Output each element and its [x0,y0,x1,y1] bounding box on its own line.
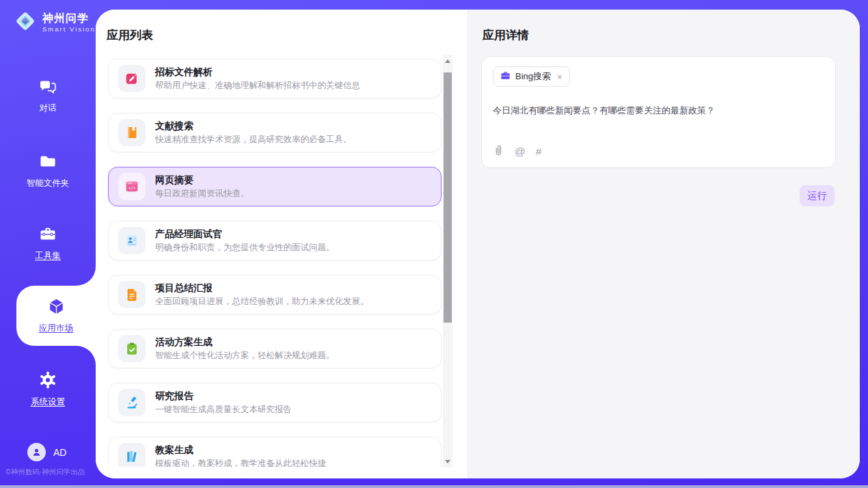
chat-icon [38,77,57,98]
app-card-web-summary[interactable]: </> 网页摘要 每日政府新闻资讯快查。 [108,167,442,206]
active-tab-top-fillet [77,267,96,286]
sidebar: 神州问学 Smart Vision 对话 智能文件夹 [0,0,96,488]
app-card-tender-analysis[interactable]: 招标文件解析 帮助用户快速、准确地理解和解析招标书中的关键信息 [108,59,442,98]
app-card-desc: 快速精准查找学术资源，提高研究效率的必备工具。 [155,134,352,145]
prompt-card: Bing搜索 × 今日湖北有哪些新闻要点？有哪些需要关注的最新政策？ @ # [481,56,836,168]
app-card-title: 产品经理面试官 [155,228,335,241]
app-card-title: 教案生成 [155,444,326,457]
app-card-activity-plan[interactable]: 活动方案生成 智能生成个性化活动方案，轻松解决规划难题。 [108,329,442,368]
mention-icon[interactable]: @ [515,146,526,158]
app-card-title: 研究报告 [155,390,292,403]
app-card-pm-interviewer[interactable]: 产品经理面试官 明确身份和职责，为您提供专业性的面试问题。 [108,221,442,260]
toolbox-icon [38,224,57,246]
activity-plan-icon [118,335,146,362]
tender-analysis-icon [118,65,146,92]
sidebar-item-chat[interactable]: 对话 [0,77,96,114]
app-card-project-summary[interactable]: 项目总结汇报 全面回顾项目进展，总结经验教训，助力未来优化发展。 [108,275,442,314]
sidebar-item-label: 工具集 [35,250,61,262]
tool-tag-label: Bing搜索 [515,70,551,83]
app-detail-pane: 应用详情 Bing搜索 × 今日湖北有哪些新闻要点？有哪些需要关注的最新政策？ [467,10,860,478]
bottom-edge [0,485,868,488]
tool-tag-bing-search[interactable]: Bing搜索 × [493,66,570,87]
paperclip-icon[interactable] [493,144,504,159]
active-tab-bottom-fillet [77,346,96,365]
cube-icon [47,297,66,318]
lesson-plan-icon [118,443,146,467]
sidebar-item-label: 对话 [40,103,57,114]
app-card-research-report[interactable]: 研究报告 一键智能生成高质量长文本研究报告 [108,383,442,422]
app-card-title: 活动方案生成 [155,336,335,349]
app-card-title: 文献搜索 [155,120,352,133]
hash-icon[interactable]: # [536,146,542,158]
scroll-up-icon[interactable] [443,56,452,66]
brand-gem-icon [12,8,38,37]
app-detail-title: 应用详情 [483,27,529,43]
sidebar-item-label: 应用市场 [39,323,73,334]
avatar [27,443,46,461]
sidebar-item-label: 系统设置 [31,396,65,408]
sidebar-item-toolset[interactable]: 工具集 [0,224,96,262]
composer-toolbar: @ # [493,144,541,159]
app-card-desc: 智能生成个性化活动方案，轻松解决规划难题。 [155,350,335,361]
app-card-lesson-plan[interactable]: 教案生成 模板驱动，教案秒成，教学准备从此轻松快捷 [108,437,442,467]
gear-icon [38,370,57,392]
app-list-title: 应用列表 [107,27,153,43]
user-account[interactable]: AD [27,443,66,461]
sidebar-item-smart-folder[interactable]: 智能文件夹 [0,152,96,189]
app-card-desc: 明确身份和职责，为您提供专业性的面试问题。 [155,242,335,253]
scrollbar-thumb[interactable] [444,72,452,323]
literature-search-icon [118,119,146,146]
close-icon[interactable]: × [557,72,562,81]
sidebar-item-label: 智能文件夹 [27,178,70,189]
sidebar-item-settings[interactable]: 系统设置 [0,370,96,408]
web-summary-icon: </> [118,173,146,200]
run-button[interactable]: 运行 [800,185,835,206]
app-card-desc: 帮助用户快速、准确地理解和解析招标书中的关键信息 [155,80,360,91]
brand-subtitle: Smart Vision [42,25,96,33]
app-card-desc: 每日政府新闻资讯快查。 [155,188,249,199]
scroll-down-icon[interactable] [443,457,452,466]
svg-text:</>: </> [128,185,136,190]
pm-interviewer-icon [118,227,146,254]
app-card-literature-search[interactable]: 文献搜索 快速精准查找学术资源，提高研究效率的必备工具。 [108,113,442,152]
prompt-input[interactable]: 今日湖北有哪些新闻要点？有哪些需要关注的最新政策？ [493,104,824,118]
brand: 神州问学 Smart Vision [12,8,96,37]
brand-name: 神州问学 [42,12,96,25]
app-card-list: 招标文件解析 帮助用户快速、准确地理解和解析招标书中的关键信息 文献搜索 快速精… [108,59,442,467]
research-report-icon [118,389,146,416]
app-card-desc: 模板驱动，教案秒成，教学准备从此轻松快捷 [155,458,326,467]
app-card-title: 项目总结汇报 [155,282,369,295]
app-list-pane: 应用列表 招标文件解析 帮助用户快速、准确地理解和解析招标书中的关键信息 [96,10,467,478]
list-scrollbar[interactable] [443,55,452,467]
briefcase-icon [500,70,511,83]
app-card-title: 网页摘要 [155,174,249,187]
project-summary-icon [118,281,146,308]
sidebar-item-app-market[interactable]: 应用市场 [16,286,96,346]
user-name: AD [53,447,66,458]
main-panel: 应用列表 招标文件解析 帮助用户快速、准确地理解和解析招标书中的关键信息 [96,10,860,478]
app-card-desc: 全面回顾项目进展，总结经验教训，助力未来优化发展。 [155,296,369,307]
copyright-footer: ©神州数码·神州问学出品 [5,467,96,477]
app-card-title: 招标文件解析 [155,66,360,79]
folder-icon [38,152,57,174]
app-card-desc: 一键智能生成高质量长文本研究报告 [155,404,292,415]
